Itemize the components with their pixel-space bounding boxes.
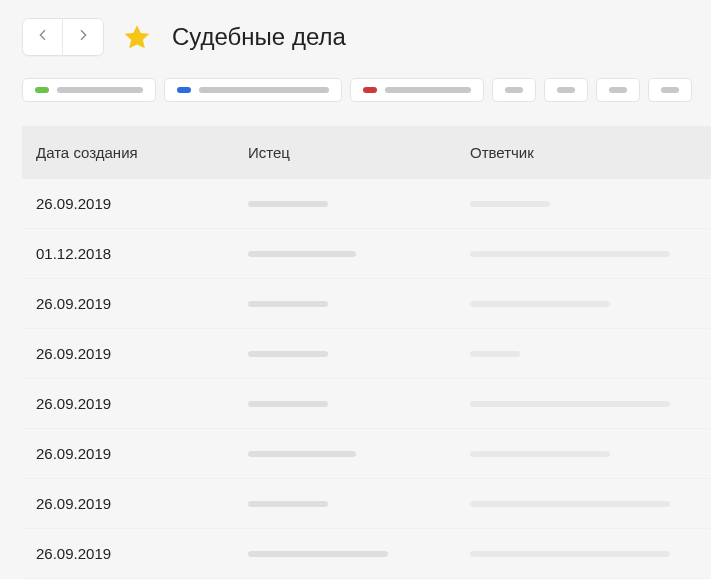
cell-plaintiff [248, 401, 470, 407]
cell-plaintiff [248, 351, 470, 357]
filter-chip[interactable] [544, 78, 588, 102]
placeholder-bar [470, 401, 670, 407]
cell-defendant [470, 401, 711, 407]
cell-created: 26.09.2019 [36, 295, 248, 312]
nav-group [22, 18, 104, 56]
filter-label-placeholder [385, 87, 471, 93]
cell-defendant [470, 451, 711, 457]
placeholder-bar [470, 201, 550, 207]
cell-created: 26.09.2019 [36, 445, 248, 462]
placeholder-bar [248, 251, 356, 257]
filter-chip[interactable] [164, 78, 342, 102]
cell-plaintiff [248, 201, 470, 207]
table: Дата создания Истец Ответчик Н 26.09.201… [0, 126, 711, 579]
filter-chip[interactable] [492, 78, 536, 102]
placeholder-bar [470, 501, 670, 507]
status-dot-icon [35, 87, 49, 93]
col-header-created[interactable]: Дата создания [36, 144, 248, 161]
table-row[interactable]: 26.09.2019 [22, 329, 711, 379]
cell-created: 26.09.2019 [36, 195, 248, 212]
placeholder-bar [470, 301, 610, 307]
placeholder-bar [248, 551, 388, 557]
cell-created: 01.12.2018 [36, 245, 248, 262]
cell-defendant [470, 251, 711, 257]
table-row[interactable]: 26.09.2019 [22, 179, 711, 229]
arrow-left-icon [35, 27, 51, 47]
cell-plaintiff [248, 301, 470, 307]
cell-plaintiff [248, 251, 470, 257]
filter-chip[interactable] [22, 78, 156, 102]
placeholder-bar [470, 251, 670, 257]
header-bar: Судебные дела [0, 0, 711, 78]
table-row[interactable]: 26.09.2019 [22, 279, 711, 329]
placeholder-bar [470, 351, 520, 357]
table-row[interactable]: 26.09.2019 [22, 479, 711, 529]
filter-chip[interactable] [350, 78, 484, 102]
arrow-right-icon [75, 27, 91, 47]
cell-defendant [470, 201, 711, 207]
cell-created: 26.09.2019 [36, 545, 248, 562]
filter-label-placeholder [199, 87, 329, 93]
cell-plaintiff [248, 451, 470, 457]
page-title: Судебные дела [172, 23, 346, 51]
placeholder-bar [248, 201, 328, 207]
nav-back-button[interactable] [23, 19, 63, 55]
nav-forward-button[interactable] [63, 19, 103, 55]
cell-created: 26.09.2019 [36, 495, 248, 512]
status-dot-icon [363, 87, 377, 93]
cell-created: 26.09.2019 [36, 345, 248, 362]
filter-label-placeholder [57, 87, 143, 93]
filter-label-placeholder [609, 87, 627, 93]
filter-label-placeholder [557, 87, 575, 93]
favorite-star-icon[interactable] [122, 22, 152, 52]
filter-row [0, 78, 711, 126]
cell-created: 26.09.2019 [36, 395, 248, 412]
cell-defendant [470, 351, 711, 357]
cell-plaintiff [248, 501, 470, 507]
filter-label-placeholder [661, 87, 679, 93]
table-row[interactable]: 26.09.2019 [22, 529, 711, 579]
placeholder-bar [248, 501, 328, 507]
filter-chip[interactable] [596, 78, 640, 102]
table-header: Дата создания Истец Ответчик Н [22, 126, 711, 179]
placeholder-bar [248, 401, 328, 407]
cell-defendant [470, 551, 711, 557]
cell-plaintiff [248, 551, 470, 557]
cell-defendant [470, 301, 711, 307]
placeholder-bar [470, 451, 610, 457]
placeholder-bar [470, 551, 670, 557]
placeholder-bar [248, 301, 328, 307]
filter-label-placeholder [505, 87, 523, 93]
col-header-plaintiff[interactable]: Истец [248, 144, 470, 161]
placeholder-bar [248, 351, 328, 357]
table-body: 26.09.201901.12.201826.09.201926.09.2019… [22, 179, 711, 579]
cell-defendant [470, 501, 711, 507]
table-row[interactable]: 26.09.2019 [22, 429, 711, 479]
filter-chip[interactable] [648, 78, 692, 102]
placeholder-bar [248, 451, 356, 457]
table-row[interactable]: 26.09.2019 [22, 379, 711, 429]
col-header-defendant[interactable]: Ответчик [470, 144, 711, 161]
status-dot-icon [177, 87, 191, 93]
table-row[interactable]: 01.12.2018 [22, 229, 711, 279]
